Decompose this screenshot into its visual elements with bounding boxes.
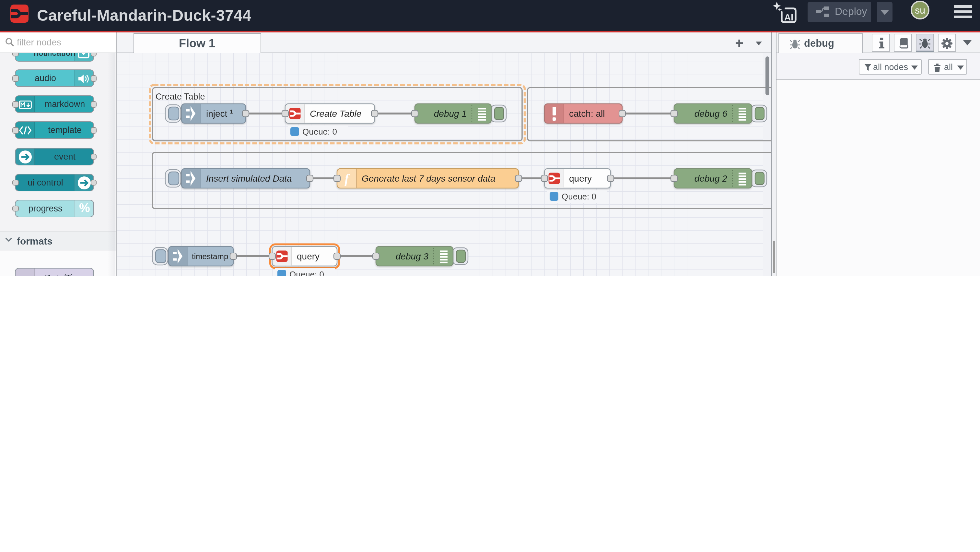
- svg-text:debug 6: debug 6: [695, 108, 727, 119]
- svg-text:Create Table: Create Table: [310, 108, 361, 119]
- svg-text:debug 3: debug 3: [396, 251, 429, 262]
- svg-text:Generate last 7 days sensor da: Generate last 7 days sensor data: [362, 174, 495, 183]
- svg-text:query: query: [569, 174, 592, 183]
- svg-text:Queue: 0: Queue: 0: [562, 191, 596, 201]
- svg-text:Queue: 0: Queue: 0: [302, 127, 337, 137]
- svg-text:Insert simulated Data: Insert simulated Data: [206, 174, 292, 183]
- svg-text:query: query: [297, 251, 320, 262]
- svg-text:AI: AI: [784, 12, 793, 22]
- svg-text:catch: all: catch: all: [569, 108, 605, 119]
- svg-text:Queue: 0: Queue: 0: [290, 270, 324, 276]
- svg-text:debug 2: debug 2: [695, 174, 727, 183]
- svg-text:Create Table: Create Table: [156, 92, 205, 102]
- svg-text:debug 1: debug 1: [434, 108, 467, 119]
- svg-text:timestamp: timestamp: [192, 252, 229, 261]
- svg-text:inject 1: inject 1: [206, 108, 233, 119]
